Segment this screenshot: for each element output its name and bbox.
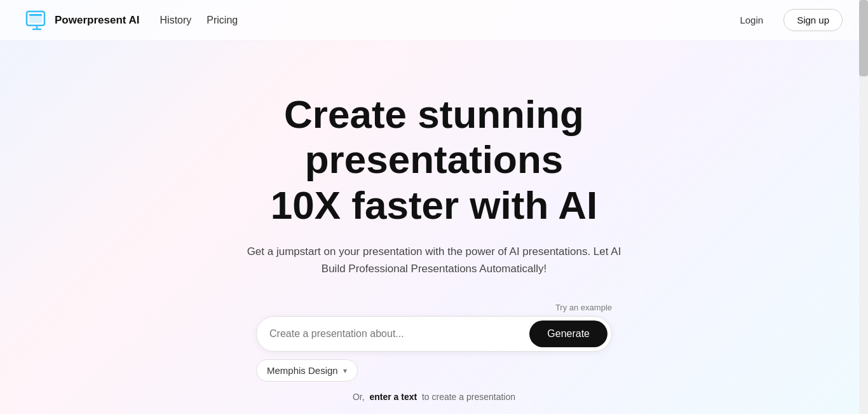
svg-rect-2 bbox=[29, 14, 42, 16]
nav-history[interactable]: History bbox=[160, 15, 192, 26]
try-example-label: Try an example bbox=[555, 303, 612, 312]
chevron-down-icon: ▾ bbox=[343, 366, 347, 375]
search-bar: Generate bbox=[256, 316, 612, 352]
search-area: Try an example Generate bbox=[256, 303, 612, 352]
hero-subtitle: Get a jumpstart on your presentation wit… bbox=[237, 243, 631, 277]
or-suffix: to create a presentation bbox=[422, 392, 515, 402]
logo-link[interactable]: Powerpresent AI bbox=[25, 9, 140, 32]
scrollbar-thumb[interactable] bbox=[859, 0, 868, 76]
or-text-area: Or, enter a text to create a presentatio… bbox=[353, 392, 515, 402]
dropdown-area: Memphis Design ▾ bbox=[256, 359, 612, 382]
or-prefix: Or, bbox=[353, 392, 365, 402]
hero-title-line2: 10X faster with AI bbox=[271, 183, 598, 227]
signup-button[interactable]: Sign up bbox=[783, 9, 843, 31]
dropdown-value: Memphis Design bbox=[267, 365, 338, 376]
navbar-left: Powerpresent AI History Pricing bbox=[25, 9, 238, 32]
nav-pricing[interactable]: Pricing bbox=[207, 15, 238, 26]
scrollbar[interactable] bbox=[859, 0, 868, 414]
logo-icon bbox=[25, 9, 48, 32]
logo-text: Powerpresent AI bbox=[55, 14, 140, 27]
main-content: Create stunning presentations 10X faster… bbox=[0, 41, 868, 414]
generate-button[interactable]: Generate bbox=[529, 321, 607, 347]
hero-title-line1: Create stunning presentations bbox=[284, 92, 584, 181]
navbar: Powerpresent AI History Pricing Login Si… bbox=[0, 0, 868, 41]
search-input[interactable] bbox=[269, 328, 529, 340]
example-dropdown[interactable]: Memphis Design ▾ bbox=[256, 359, 358, 382]
nav-links: History Pricing bbox=[160, 15, 238, 26]
login-button[interactable]: Login bbox=[729, 10, 773, 31]
navbar-right: Login Sign up bbox=[729, 9, 843, 31]
or-bold-text: enter a text bbox=[369, 392, 417, 402]
hero-title: Create stunning presentations 10X faster… bbox=[180, 92, 688, 228]
